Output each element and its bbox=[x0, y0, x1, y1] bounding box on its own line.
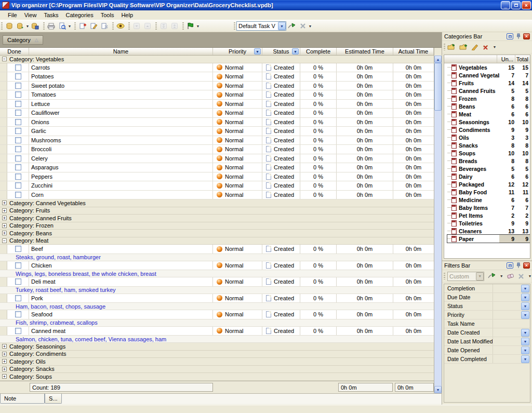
task-row[interactable]: Canned meatNormalCreated0 %0h 0m0h 0m bbox=[0, 327, 434, 336]
group-row-category-canned-fruits[interactable]: +Category: Canned Fruits bbox=[0, 215, 434, 222]
category-item-toiletries[interactable]: Toiletries99 bbox=[447, 219, 530, 227]
task-row[interactable]: ZucchiniNormalCreated0 %0h 0m0h 0m bbox=[0, 181, 434, 191]
scroll-up-icon[interactable]: ▲ bbox=[434, 56, 442, 63]
group-row-category-seasonings[interactable]: +Category: Seasonings bbox=[0, 343, 434, 351]
apply-filter-icon[interactable] bbox=[488, 273, 496, 279]
column-header-status[interactable]: Status▼ bbox=[262, 48, 300, 55]
task-row[interactable]: LettuceNormalCreated0 %0h 0m0h 0m bbox=[0, 100, 434, 109]
category-item-canned-fruits[interactable]: Canned Fruits55 bbox=[447, 87, 530, 95]
categories-undone-column[interactable]: Un... bbox=[497, 55, 515, 63]
done-checkbox[interactable] bbox=[15, 110, 21, 116]
vertical-scrollbar[interactable]: ▲ ▼ bbox=[434, 56, 442, 393]
done-checkbox[interactable] bbox=[15, 295, 21, 301]
category-item-packaged[interactable]: Packaged1212 bbox=[447, 180, 530, 188]
print-icon[interactable] bbox=[46, 21, 57, 31]
task-row[interactable]: MushroomsNormalCreated0 %0h 0m0h 0m bbox=[0, 136, 434, 145]
scrollbar-thumb[interactable] bbox=[434, 63, 442, 111]
filters-bar-close-button[interactable]: × bbox=[523, 262, 530, 269]
categories-bar-pin-button[interactable] bbox=[515, 33, 522, 39]
category-item-condiments[interactable]: Condiments99 bbox=[447, 126, 530, 134]
task-row[interactable]: Deli meatNormalCreated0 %0h 0m0h 0m bbox=[0, 277, 434, 287]
group-row-category-frozen[interactable]: +Category: Frozen bbox=[0, 222, 434, 230]
filter-preset-combo[interactable]: Custom ▼ bbox=[447, 272, 484, 281]
apply-filter-caret-icon[interactable]: ▼ bbox=[499, 274, 503, 278]
menu-help[interactable]: Help bbox=[117, 11, 137, 19]
save-database-icon[interactable] bbox=[30, 21, 41, 31]
task-row[interactable]: CornNormalCreated0 %0h 0m0h 0m bbox=[0, 191, 434, 200]
filter-dropdown-icon[interactable]: ▼ bbox=[521, 329, 529, 337]
new-subcategory-icon[interactable] bbox=[459, 44, 468, 50]
group-row-category-vegetables[interactable]: −Category: Vegetables bbox=[0, 56, 434, 63]
new-database-icon[interactable] bbox=[15, 21, 25, 31]
expand-plus-icon[interactable]: + bbox=[2, 344, 7, 349]
expand-plus-icon[interactable]: + bbox=[2, 367, 7, 371]
column-header-estimated-time[interactable]: Estimated Time bbox=[337, 48, 393, 55]
category-item-paper[interactable]: Paper99 bbox=[447, 235, 530, 243]
task-row[interactable]: BroccoliNormalCreated0 %0h 0m0h 0m bbox=[0, 145, 434, 154]
restore-button[interactable] bbox=[511, 1, 521, 9]
category-item-oils[interactable]: Oils33 bbox=[447, 134, 530, 141]
done-checkbox[interactable] bbox=[15, 91, 21, 98]
tab-steps[interactable]: S... bbox=[45, 394, 62, 404]
edit-task-icon[interactable] bbox=[88, 21, 99, 31]
done-checkbox[interactable] bbox=[15, 182, 21, 189]
menu-view[interactable]: View bbox=[21, 11, 41, 19]
task-row[interactable]: Sweet potatoNormalCreated0 %0h 0m0h 0m bbox=[0, 82, 434, 91]
category-item-beverages[interactable]: Beverages55 bbox=[447, 165, 530, 172]
categories-bar-maximize-button[interactable] bbox=[507, 33, 513, 39]
open-database-icon[interactable] bbox=[4, 21, 15, 31]
column-header-done[interactable]: Done bbox=[0, 48, 29, 55]
menu-categories[interactable]: Categories bbox=[62, 11, 97, 19]
filter-dropdown-icon[interactable]: ▼ bbox=[521, 347, 529, 354]
clear-filter-icon[interactable] bbox=[507, 273, 514, 279]
delete-category-icon[interactable] bbox=[482, 44, 489, 50]
category-item-frozen[interactable]: Frozen88 bbox=[447, 95, 530, 102]
task-row[interactable]: BeefNormalCreated0 %0h 0m0h 0m bbox=[0, 245, 434, 254]
column-header-priority[interactable]: Priority▼ bbox=[213, 48, 262, 55]
task-view-combo[interactable]: Default Task V ▼ bbox=[236, 21, 286, 31]
expand-plus-icon[interactable]: + bbox=[2, 359, 7, 364]
group-row-category-oils[interactable]: +Category: Oils bbox=[0, 358, 434, 366]
task-row[interactable]: TomatoesNormalCreated0 %0h 0m0h 0m bbox=[0, 90, 434, 100]
group-row-category-soups[interactable]: +Category: Soups bbox=[0, 373, 434, 381]
minimize-button[interactable]: _ bbox=[501, 1, 510, 9]
filters-bar-maximize-button[interactable] bbox=[507, 262, 513, 269]
category-item-fruits[interactable]: Fruits1414 bbox=[447, 79, 530, 87]
task-row[interactable]: PeppersNormalCreated0 %0h 0m0h 0m bbox=[0, 172, 434, 182]
done-checkbox[interactable] bbox=[15, 73, 21, 79]
task-row[interactable]: AsparagusNormalCreated0 %0h 0m0h 0m bbox=[0, 163, 434, 172]
task-row[interactable]: GarlicNormalCreated0 %0h 0m0h 0m bbox=[0, 127, 434, 136]
done-checkbox[interactable] bbox=[15, 174, 21, 180]
apply-view-icon[interactable] bbox=[286, 21, 297, 31]
filters-toolbar-caret-icon[interactable]: ▼ bbox=[528, 274, 532, 278]
category-item-medicine[interactable]: Medicine66 bbox=[447, 196, 530, 204]
task-row[interactable]: SeafoodNormalCreated0 %0h 0m0h 0m bbox=[0, 310, 434, 319]
filter-dropdown-icon[interactable]: ▼ bbox=[521, 294, 529, 301]
done-checkbox[interactable] bbox=[15, 137, 21, 143]
column-filter-dropdown-icon[interactable]: ▼ bbox=[254, 48, 261, 55]
group-row-category-fruits[interactable]: +Category: Fruits bbox=[0, 207, 434, 215]
delete-filter-icon[interactable] bbox=[518, 273, 524, 279]
group-by-category-button[interactable]: Category △ bbox=[3, 35, 43, 45]
new-database-caret-icon[interactable]: ▼ bbox=[25, 24, 30, 28]
done-checkbox[interactable] bbox=[15, 146, 21, 152]
done-checkbox[interactable] bbox=[15, 119, 21, 125]
collapse-minus-icon[interactable]: − bbox=[2, 57, 7, 61]
categories-bar-close-button[interactable]: × bbox=[523, 33, 530, 39]
category-item-breads[interactable]: Breads88 bbox=[447, 157, 530, 165]
category-item-beans[interactable]: Beans66 bbox=[447, 102, 530, 110]
task-row[interactable]: ChickenNormalCreated0 %0h 0m0h 0m bbox=[0, 261, 434, 271]
group-row-category-canned-vegetables[interactable]: +Category: Canned Vegetables bbox=[0, 199, 434, 207]
task-row[interactable]: CeleryNormalCreated0 %0h 0m0h 0m bbox=[0, 154, 434, 164]
group-row-category-condiments[interactable]: +Category: Condiments bbox=[0, 351, 434, 358]
delete-task-icon[interactable] bbox=[99, 21, 110, 31]
task-view-dropdown-icon[interactable]: ▼ bbox=[278, 22, 286, 30]
column-filter-dropdown-icon[interactable]: ▼ bbox=[292, 48, 299, 55]
group-row-category-meat[interactable]: −Category: Meat bbox=[0, 237, 434, 245]
category-item-vegetables[interactable]: Vegetables1515 bbox=[447, 63, 530, 71]
view-toolbar-caret-icon[interactable]: ▼ bbox=[308, 24, 312, 28]
done-checkbox[interactable] bbox=[15, 328, 21, 334]
new-category-icon[interactable] bbox=[447, 44, 456, 50]
filter-dropdown-icon[interactable]: ▼ bbox=[521, 311, 529, 319]
category-item-soups[interactable]: Soups1010 bbox=[447, 149, 530, 157]
